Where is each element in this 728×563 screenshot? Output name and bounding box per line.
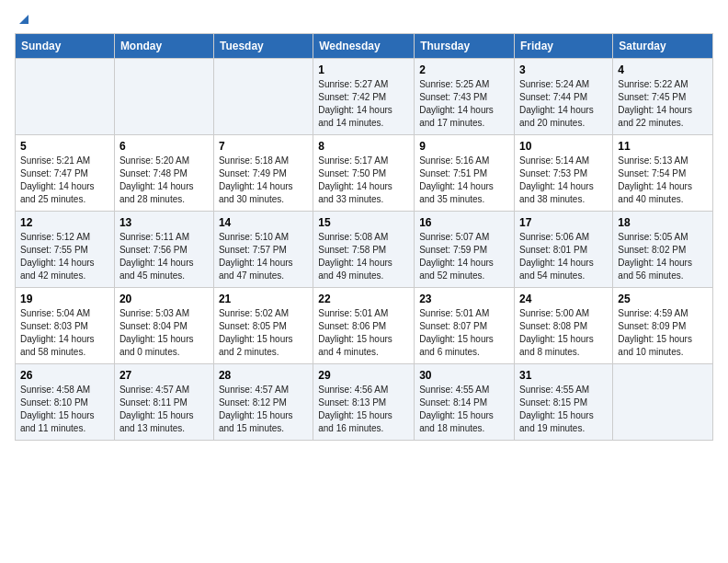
day-detail: Sunrise: 5:14 AM Sunset: 7:53 PM Dayligh…: [519, 155, 608, 206]
calendar-cell: 23Sunrise: 5:01 AM Sunset: 8:07 PM Dayli…: [415, 288, 515, 364]
day-number: 23: [419, 293, 509, 305]
calendar-cell: 17Sunrise: 5:06 AM Sunset: 8:01 PM Dayli…: [515, 212, 613, 288]
day-number: 6: [119, 140, 209, 153]
day-detail: Sunrise: 5:01 AM Sunset: 8:07 PM Dayligh…: [419, 307, 509, 359]
day-number: 24: [519, 293, 608, 305]
day-number: 16: [419, 216, 509, 229]
day-number: 25: [618, 293, 708, 305]
day-detail: Sunrise: 5:07 AM Sunset: 7:59 PM Dayligh…: [419, 231, 509, 282]
day-detail: Sunrise: 5:24 AM Sunset: 7:44 PM Dayligh…: [519, 78, 608, 130]
page-header: [15, 15, 713, 24]
day-detail: Sunrise: 5:01 AM Sunset: 8:06 PM Dayligh…: [318, 307, 409, 359]
calendar-cell: 30Sunrise: 4:55 AM Sunset: 8:14 PM Dayli…: [415, 364, 515, 441]
logo: [15, 15, 28, 24]
day-number: 22: [318, 293, 409, 305]
day-number: 12: [20, 216, 109, 229]
day-number: 28: [219, 369, 308, 382]
day-detail: Sunrise: 5:12 AM Sunset: 7:55 PM Dayligh…: [20, 231, 109, 282]
day-detail: Sunrise: 5:06 AM Sunset: 8:01 PM Dayligh…: [519, 231, 608, 282]
day-number: 26: [20, 369, 109, 382]
day-detail: Sunrise: 4:55 AM Sunset: 8:14 PM Dayligh…: [419, 384, 509, 435]
day-number: 29: [318, 369, 409, 382]
day-number: 31: [519, 369, 608, 382]
day-detail: Sunrise: 4:55 AM Sunset: 8:15 PM Dayligh…: [519, 384, 608, 435]
column-header-sunday: Sunday: [16, 34, 115, 59]
calendar-week-row: 1Sunrise: 5:27 AM Sunset: 7:42 PM Daylig…: [16, 59, 713, 135]
calendar-cell: 25Sunrise: 4:59 AM Sunset: 8:09 PM Dayli…: [613, 288, 713, 364]
column-header-wednesday: Wednesday: [313, 34, 415, 59]
calendar-cell: 20Sunrise: 5:03 AM Sunset: 8:04 PM Dayli…: [114, 288, 213, 364]
calendar-cell: 16Sunrise: 5:07 AM Sunset: 7:59 PM Dayli…: [415, 212, 515, 288]
calendar-cell: 22Sunrise: 5:01 AM Sunset: 8:06 PM Dayli…: [313, 288, 415, 364]
column-header-saturday: Saturday: [613, 34, 713, 59]
calendar-cell: 19Sunrise: 5:04 AM Sunset: 8:03 PM Dayli…: [16, 288, 115, 364]
svg-marker-0: [19, 15, 28, 24]
day-detail: Sunrise: 5:25 AM Sunset: 7:43 PM Dayligh…: [419, 78, 509, 130]
day-number: 18: [618, 216, 708, 229]
calendar-cell: 4Sunrise: 5:22 AM Sunset: 7:45 PM Daylig…: [613, 59, 713, 135]
day-number: 10: [519, 140, 608, 153]
day-detail: Sunrise: 5:22 AM Sunset: 7:45 PM Dayligh…: [618, 78, 708, 130]
calendar-cell: 10Sunrise: 5:14 AM Sunset: 7:53 PM Dayli…: [515, 135, 613, 212]
day-number: 27: [119, 369, 209, 382]
day-number: 7: [219, 140, 308, 153]
calendar-cell: 15Sunrise: 5:08 AM Sunset: 7:58 PM Dayli…: [313, 212, 415, 288]
day-number: 14: [219, 216, 308, 229]
day-detail: Sunrise: 5:10 AM Sunset: 7:57 PM Dayligh…: [219, 231, 308, 282]
calendar-cell: 13Sunrise: 5:11 AM Sunset: 7:56 PM Dayli…: [114, 212, 213, 288]
day-detail: Sunrise: 5:04 AM Sunset: 8:03 PM Dayligh…: [20, 307, 109, 359]
day-detail: Sunrise: 5:18 AM Sunset: 7:49 PM Dayligh…: [219, 155, 308, 206]
day-number: 19: [20, 293, 109, 305]
column-header-thursday: Thursday: [415, 34, 515, 59]
calendar-cell: 28Sunrise: 4:57 AM Sunset: 8:12 PM Dayli…: [213, 364, 313, 441]
day-number: 20: [119, 293, 209, 305]
calendar-cell: 27Sunrise: 4:57 AM Sunset: 8:11 PM Dayli…: [114, 364, 213, 441]
calendar-cell: 24Sunrise: 5:00 AM Sunset: 8:08 PM Dayli…: [515, 288, 613, 364]
calendar-cell: 2Sunrise: 5:25 AM Sunset: 7:43 PM Daylig…: [415, 59, 515, 135]
day-number: 4: [618, 63, 708, 76]
day-detail: Sunrise: 5:27 AM Sunset: 7:42 PM Dayligh…: [318, 78, 409, 130]
day-detail: Sunrise: 5:17 AM Sunset: 7:50 PM Dayligh…: [318, 155, 409, 206]
calendar-cell: [114, 59, 213, 135]
calendar-week-row: 12Sunrise: 5:12 AM Sunset: 7:55 PM Dayli…: [16, 212, 713, 288]
day-detail: Sunrise: 5:02 AM Sunset: 8:05 PM Dayligh…: [219, 307, 308, 359]
day-detail: Sunrise: 5:11 AM Sunset: 7:56 PM Dayligh…: [119, 231, 209, 282]
day-detail: Sunrise: 5:03 AM Sunset: 8:04 PM Dayligh…: [119, 307, 209, 359]
calendar-cell: 11Sunrise: 5:13 AM Sunset: 7:54 PM Dayli…: [613, 135, 713, 212]
day-detail: Sunrise: 5:00 AM Sunset: 8:08 PM Dayligh…: [519, 307, 608, 359]
calendar-cell: 14Sunrise: 5:10 AM Sunset: 7:57 PM Dayli…: [213, 212, 313, 288]
day-detail: Sunrise: 5:20 AM Sunset: 7:48 PM Dayligh…: [119, 155, 209, 206]
calendar-cell: [213, 59, 313, 135]
day-number: 15: [318, 216, 409, 229]
calendar-cell: 6Sunrise: 5:20 AM Sunset: 7:48 PM Daylig…: [114, 135, 213, 212]
day-detail: Sunrise: 4:58 AM Sunset: 8:10 PM Dayligh…: [20, 384, 109, 435]
day-number: 13: [119, 216, 209, 229]
column-header-monday: Monday: [114, 34, 213, 59]
day-number: 9: [419, 140, 509, 153]
day-detail: Sunrise: 4:59 AM Sunset: 8:09 PM Dayligh…: [618, 307, 708, 359]
calendar-cell: 18Sunrise: 5:05 AM Sunset: 8:02 PM Dayli…: [613, 212, 713, 288]
day-number: 1: [318, 63, 409, 76]
day-detail: Sunrise: 5:08 AM Sunset: 7:58 PM Dayligh…: [318, 231, 409, 282]
calendar-cell: 7Sunrise: 5:18 AM Sunset: 7:49 PM Daylig…: [213, 135, 313, 212]
day-number: 3: [519, 63, 608, 76]
calendar-cell: 31Sunrise: 4:55 AM Sunset: 8:15 PM Dayli…: [515, 364, 613, 441]
calendar-cell: 26Sunrise: 4:58 AM Sunset: 8:10 PM Dayli…: [16, 364, 115, 441]
calendar-cell: 12Sunrise: 5:12 AM Sunset: 7:55 PM Dayli…: [16, 212, 115, 288]
calendar-week-row: 19Sunrise: 5:04 AM Sunset: 8:03 PM Dayli…: [16, 288, 713, 364]
calendar-cell: 8Sunrise: 5:17 AM Sunset: 7:50 PM Daylig…: [313, 135, 415, 212]
calendar-table: SundayMondayTuesdayWednesdayThursdayFrid…: [15, 33, 713, 441]
day-detail: Sunrise: 4:57 AM Sunset: 8:12 PM Dayligh…: [219, 384, 308, 435]
day-number: 17: [519, 216, 608, 229]
logo-triangle-icon: [16, 11, 28, 24]
day-number: 30: [419, 369, 509, 382]
day-detail: Sunrise: 5:05 AM Sunset: 8:02 PM Dayligh…: [618, 231, 708, 282]
column-header-tuesday: Tuesday: [213, 34, 313, 59]
day-number: 2: [419, 63, 509, 76]
day-detail: Sunrise: 5:21 AM Sunset: 7:47 PM Dayligh…: [20, 155, 109, 206]
calendar-cell: 9Sunrise: 5:16 AM Sunset: 7:51 PM Daylig…: [415, 135, 515, 212]
calendar-cell: 21Sunrise: 5:02 AM Sunset: 8:05 PM Dayli…: [213, 288, 313, 364]
calendar-cell: 29Sunrise: 4:56 AM Sunset: 8:13 PM Dayli…: [313, 364, 415, 441]
day-detail: Sunrise: 5:13 AM Sunset: 7:54 PM Dayligh…: [618, 155, 708, 206]
day-number: 5: [20, 140, 109, 153]
